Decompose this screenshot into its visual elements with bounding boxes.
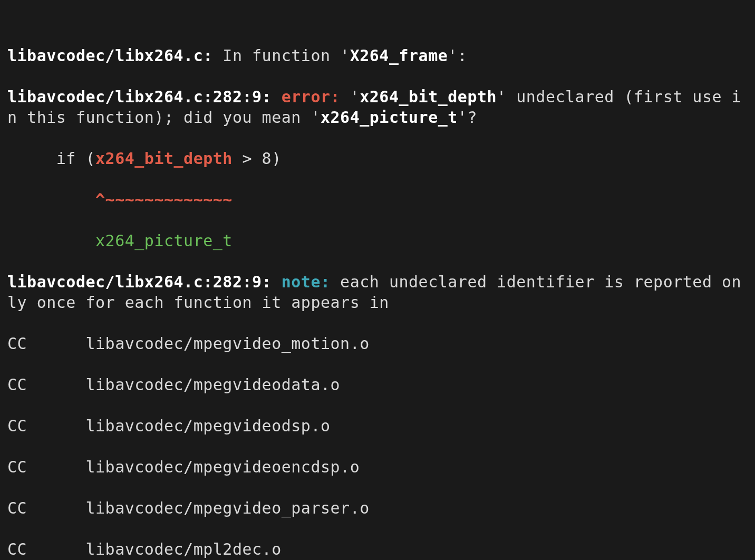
cc-object: libavcodec/mpl2dec.o [86, 540, 282, 558]
src-text: if ( [56, 149, 95, 168]
cc-label: CC [7, 540, 27, 558]
in-function-text: In function ' [213, 46, 350, 65]
cc-label: CC [7, 417, 27, 435]
cc-object: libavcodec/mpegvideo_motion.o [86, 334, 370, 353]
diag-note-line: libavcodec/libx264.c:282:9: note: each u… [7, 272, 748, 313]
cc-line: CC libavcodec/mpegvideoencdsp.o [7, 457, 748, 477]
source-snippet-line: if (x264_bit_depth > 8) [7, 148, 748, 169]
fixit-line: x264_picture_t [7, 230, 748, 251]
cc-line: CC libavcodec/mpl2dec.o [7, 539, 748, 559]
indent [7, 149, 56, 168]
file-location: libavcodec/libx264.c:282:9: [7, 273, 282, 291]
cc-object: libavcodec/mpegvideodsp.o [86, 417, 331, 435]
note-label: note: [282, 273, 331, 291]
cc-object: libavcodec/mpegvideo_parser.o [86, 499, 370, 517]
indent [7, 190, 95, 209]
cc-sep [27, 334, 85, 353]
in-function-suffix: ': [448, 46, 467, 65]
cc-sep [27, 499, 85, 517]
terminal-output: libavcodec/libx264.c: In function 'X264_… [0, 0, 755, 560]
cc-label: CC [7, 499, 27, 517]
file-location: libavcodec/libx264.c:282:9: [7, 88, 282, 106]
cc-line: CC libavcodec/mpegvideo_motion.o [7, 333, 748, 354]
cc-label: CC [7, 458, 27, 476]
highlighted-identifier: x264_bit_depth [95, 149, 233, 168]
undeclared-identifier: x264_bit_depth [360, 88, 497, 106]
suggested-identifier: x264_picture_t [321, 108, 458, 127]
error-label: error: [282, 88, 350, 106]
fixit-suggestion: x264_picture_t [95, 231, 233, 250]
cc-line: CC libavcodec/mpegvideodata.o [7, 374, 748, 395]
diag-context-line: libavcodec/libx264.c: In function 'X264_… [7, 45, 748, 66]
caret-underline: ^~~~~~~~~~~~~~ [95, 190, 233, 209]
diag-error-line: libavcodec/libx264.c:282:9: error: 'x264… [7, 86, 748, 128]
msg-text: '? [458, 108, 477, 127]
file-context: libavcodec/libx264.c: [7, 46, 213, 65]
cc-sep [27, 375, 85, 394]
indent [7, 231, 95, 250]
cc-label: CC [7, 375, 27, 394]
cc-object: libavcodec/mpegvideodata.o [86, 375, 341, 394]
cc-line: CC libavcodec/mpegvideodsp.o [7, 416, 748, 436]
cc-sep [27, 540, 85, 558]
src-text: > 8) [233, 149, 282, 168]
msg-text: ' [350, 88, 360, 106]
function-name: X264_frame [350, 46, 448, 65]
cc-line: CC libavcodec/mpegvideo_parser.o [7, 498, 748, 518]
cc-sep [27, 458, 85, 476]
cc-object: libavcodec/mpegvideoencdsp.o [86, 458, 360, 476]
cc-sep [27, 417, 85, 435]
caret-line: ^~~~~~~~~~~~~~ [7, 189, 748, 210]
cc-label: CC [7, 334, 27, 353]
